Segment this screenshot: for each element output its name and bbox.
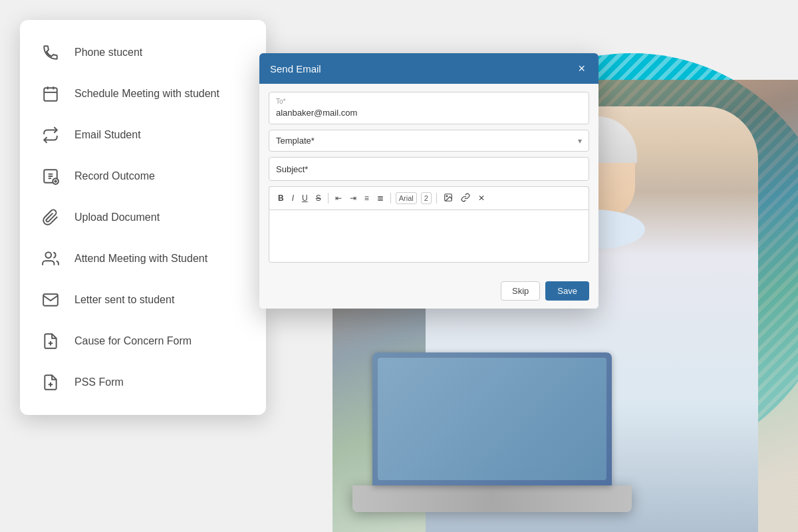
modal-body: To* Template* ▾ Subject* B I U S ⇤ ⇥ ≡ ≣… bbox=[259, 84, 598, 276]
doc-plus2-icon bbox=[39, 370, 63, 394]
skip-button[interactable]: Skip bbox=[501, 281, 540, 301]
sidebar-label-phone-student: Phone stucent bbox=[74, 47, 142, 59]
sidebar-item-phone-student[interactable]: Phone stucent bbox=[20, 32, 266, 73]
record-icon bbox=[39, 164, 63, 188]
calendar-icon bbox=[39, 82, 63, 106]
sidebar-label-concern-form: Cause for Concern Form bbox=[74, 335, 192, 347]
sidebar-card: Phone stucent Schedule Meeting with stud… bbox=[20, 20, 266, 415]
sidebar-label-attend-meeting: Attend Meeting with Student bbox=[74, 253, 207, 265]
sidebar-item-email-student[interactable]: Email Student bbox=[20, 114, 266, 156]
phone-icon bbox=[39, 41, 63, 65]
editor-area[interactable] bbox=[269, 209, 589, 263]
sidebar-label-letter-sent: Letter sent to student bbox=[74, 294, 174, 306]
sidebar-item-schedule-meeting[interactable]: Schedule Meeting with student bbox=[20, 73, 266, 114]
sidebar-label-schedule-meeting: Schedule Meeting with student bbox=[74, 88, 219, 100]
template-dropdown-arrow: ▾ bbox=[578, 136, 582, 146]
template-field[interactable]: Template* ▾ bbox=[269, 130, 589, 152]
email-forward-icon bbox=[39, 123, 63, 147]
toolbar-separator-3 bbox=[436, 193, 437, 203]
modal-close-button[interactable]: × bbox=[575, 61, 588, 76]
sidebar-item-letter-sent[interactable]: Letter sent to student bbox=[20, 279, 266, 321]
svg-point-17 bbox=[446, 196, 448, 197]
to-field: To* bbox=[269, 92, 589, 124]
sidebar-label-email-student: Email Student bbox=[74, 129, 141, 141]
toolbar-separator-2 bbox=[390, 193, 391, 203]
insert-link-button[interactable] bbox=[458, 191, 473, 205]
sidebar-item-upload-document[interactable]: Upload Document bbox=[20, 197, 266, 238]
editor-toolbar: B I U S ⇤ ⇥ ≡ ≣ Arial 2 ✕ bbox=[269, 186, 589, 209]
subject-label: Subject* bbox=[276, 164, 308, 174]
indent-left-button[interactable]: ⇤ bbox=[332, 192, 345, 204]
sidebar-item-record-outcome[interactable]: Record Outcome bbox=[20, 156, 266, 197]
list-ol-button[interactable]: ≣ bbox=[374, 192, 387, 204]
font-name: Arial bbox=[396, 192, 417, 204]
modal-header: Send Email × bbox=[259, 53, 598, 84]
indent-right-button[interactable]: ⇥ bbox=[346, 192, 360, 204]
sidebar-label-record-outcome: Record Outcome bbox=[74, 170, 155, 182]
subject-field[interactable]: Subject* bbox=[269, 157, 589, 181]
toolbar-separator-1 bbox=[328, 193, 329, 203]
group-icon bbox=[39, 247, 63, 271]
save-button[interactable]: Save bbox=[545, 281, 589, 301]
sidebar-item-concern-form[interactable]: Cause for Concern Form bbox=[20, 321, 266, 362]
modal-title: Send Email bbox=[270, 63, 321, 74]
svg-point-11 bbox=[45, 252, 51, 258]
underline-button[interactable]: U bbox=[299, 192, 311, 204]
italic-button[interactable]: I bbox=[289, 192, 297, 204]
remove-format-button[interactable]: ✕ bbox=[475, 192, 488, 204]
doc-plus-icon bbox=[39, 329, 63, 353]
template-label: Template* bbox=[276, 136, 315, 146]
list-ul-button[interactable]: ≡ bbox=[361, 192, 372, 204]
paperclip-icon bbox=[39, 205, 63, 229]
to-input[interactable] bbox=[276, 108, 582, 118]
sidebar-item-pss-form[interactable]: PSS Form bbox=[20, 362, 266, 403]
insert-image-button[interactable] bbox=[440, 191, 456, 205]
sidebar-item-attend-meeting[interactable]: Attend Meeting with Student bbox=[20, 238, 266, 279]
sidebar-label-pss-form: PSS Form bbox=[74, 376, 124, 388]
strikethrough-button[interactable]: S bbox=[313, 192, 325, 204]
email-modal: Send Email × To* Template* ▾ Subject* B … bbox=[259, 53, 598, 309]
svg-rect-0 bbox=[44, 88, 57, 101]
sidebar-label-upload-document: Upload Document bbox=[74, 211, 160, 223]
envelope-icon bbox=[39, 288, 63, 312]
bold-button[interactable]: B bbox=[275, 192, 287, 204]
to-label: To* bbox=[276, 98, 582, 105]
modal-footer: Skip Save bbox=[259, 276, 598, 309]
font-size: 2 bbox=[421, 192, 432, 204]
